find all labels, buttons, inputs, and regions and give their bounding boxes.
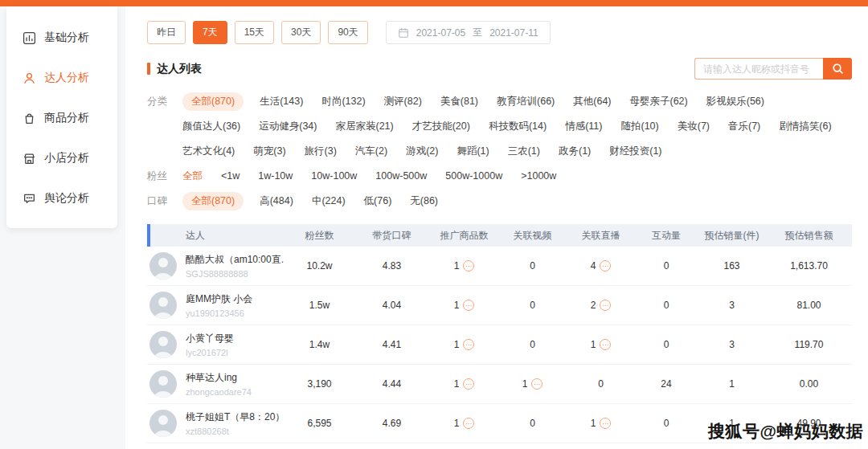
search-button[interactable] [823, 58, 852, 80]
cell-value: 0 [664, 339, 669, 350]
sidebar-item-1[interactable]: 基础分析 [6, 18, 117, 58]
filter-option[interactable]: 教育培训(66) [497, 89, 555, 114]
filter-option[interactable]: 测评(82) [384, 89, 422, 114]
filter-option[interactable]: 美妆(7) [678, 114, 710, 139]
table-column-header: 预估销售额 [766, 229, 852, 243]
filter-option[interactable]: 1w-10w [258, 164, 293, 189]
filter-option[interactable]: 高(484) [260, 189, 293, 214]
filter-option[interactable]: 萌宠(3) [253, 139, 285, 164]
date-separator: 至 [473, 26, 482, 39]
filter-option[interactable]: 音乐(7) [728, 114, 760, 139]
cell-value: 0 [664, 260, 669, 271]
cell-value: 0 [530, 339, 535, 350]
filter-option[interactable]: 100w-500w [375, 164, 427, 189]
title-accent-bar [147, 63, 150, 75]
date-button[interactable]: 7天 [193, 21, 227, 44]
filter-option[interactable]: 影视娱乐(56) [706, 89, 764, 114]
filter-option[interactable]: 颜值达人(36) [182, 114, 240, 139]
filter-option[interactable]: 舞蹈(1) [457, 139, 489, 164]
table-row[interactable]: 酷酷大叔（am10:00直...SGJS8888888810.2w4.831··… [147, 247, 852, 286]
cell-value: 0 [530, 300, 535, 311]
cell-value: 4 [591, 260, 596, 271]
search-icon [832, 63, 844, 75]
filter-option[interactable]: 情感(11) [565, 114, 602, 139]
sidebar-item-2[interactable]: 达人分析 [6, 58, 117, 98]
sidebar-item-5[interactable]: 舆论分析 [6, 178, 117, 218]
sidebar-item-4[interactable]: 小店分析 [6, 138, 117, 178]
calendar-icon [398, 27, 409, 39]
filter-option[interactable]: 政务(1) [559, 139, 591, 164]
filter-option[interactable]: 10w-100w [311, 164, 357, 189]
date-button[interactable]: 昨日 [147, 21, 186, 44]
table-cell: 10.2w [285, 260, 354, 271]
comment-icon [23, 192, 36, 206]
table-row-partial [147, 443, 852, 449]
filter-option[interactable]: 时尚(132) [321, 89, 365, 114]
table-header: 达人粉丝数带货口碑推广商品数关联视频关联直播互动量预估销量(件)预估销售额 [147, 224, 852, 247]
more-icon[interactable]: ··· [463, 418, 474, 429]
more-icon[interactable]: ··· [463, 339, 474, 350]
filter-option[interactable]: 母婴亲子(62) [630, 89, 688, 114]
more-icon[interactable]: ··· [600, 300, 611, 311]
more-icon[interactable]: ··· [463, 378, 474, 390]
filter-option[interactable]: 运动健身(34) [259, 114, 317, 139]
table-row[interactable]: 小黄丫母婴lyc201672l1.4w4.411···01···03119.70 [147, 325, 852, 365]
date-range-picker[interactable]: 2021-07-05 至 2021-07-11 [386, 21, 551, 44]
filter-option[interactable]: 无(86) [410, 189, 438, 214]
more-icon[interactable]: ··· [463, 260, 474, 271]
filter-option[interactable]: >1000w [521, 164, 556, 189]
filter-option[interactable]: 旅行(3) [305, 139, 337, 164]
table-column-header: 关联视频 [498, 229, 567, 243]
filter-option[interactable]: 全部(870) [182, 192, 244, 210]
table-cell: 3,190 [285, 378, 354, 390]
filter-option[interactable]: 生活(143) [260, 89, 303, 114]
filter-option[interactable]: 艺术文化(4) [182, 139, 235, 164]
influencer-name[interactable]: 小黄丫母婴 [186, 332, 234, 345]
filter-option[interactable]: 随拍(10) [620, 114, 658, 139]
filter-row-category: 分类全部(870)生活(143)时尚(132)测评(82)美食(81)教育培训(… [147, 89, 852, 164]
table-column-header: 关联直播 [567, 229, 635, 243]
filter-option[interactable]: 三农(1) [508, 139, 540, 164]
influencer-cell: 桃子姐姐T（早8：20）xzt880268t [147, 410, 285, 437]
sidebar-item-3[interactable]: 商品分析 [6, 98, 117, 138]
filter-option[interactable]: 家居家装(21) [335, 114, 393, 139]
date-start: 2021-07-05 [416, 27, 465, 39]
filter-option[interactable]: 其他(64) [573, 89, 611, 114]
influencer-avatar [149, 370, 177, 398]
more-icon[interactable]: ··· [531, 378, 542, 390]
filter-option[interactable]: 500w-1000w [445, 164, 502, 189]
filter-option[interactable]: 全部(870) [182, 92, 244, 111]
table-row[interactable]: 庭MM护肤 小会yu19901234561.5w4.041···02···038… [147, 286, 852, 325]
more-icon[interactable]: ··· [600, 339, 611, 350]
influencer-name[interactable]: 酷酷大叔（am10:00直... [186, 253, 284, 267]
more-icon[interactable]: ··· [463, 300, 474, 311]
filter-option[interactable]: <1w [221, 164, 240, 189]
date-button[interactable]: 90天 [328, 21, 367, 44]
more-icon[interactable]: ··· [600, 418, 611, 429]
influencer-name[interactable]: 桃子姐姐T（早8：20） [186, 410, 284, 424]
cell-value: 24 [661, 378, 671, 390]
influencer-avatar [149, 252, 177, 280]
filter-option[interactable]: 才艺技能(20) [412, 114, 470, 139]
filter-option[interactable]: 汽车(2) [355, 139, 387, 164]
table-cell: 4.69 [354, 418, 430, 429]
filter-option[interactable]: 低(76) [364, 189, 392, 214]
influencer-name[interactable]: 庭MM护肤 小会 [186, 292, 252, 306]
table-cell: 3 [698, 300, 766, 311]
filter-option[interactable]: 游戏(2) [406, 139, 438, 164]
filter-option[interactable]: 中(224) [312, 189, 346, 214]
influencer-avatar [149, 331, 177, 358]
table-row[interactable]: 种草达人ingzhongcaodare743,1904.441···1···02… [147, 365, 852, 404]
cell-value: 4.83 [383, 260, 401, 271]
filter-option[interactable]: 剧情搞笑(6) [779, 114, 831, 139]
filter-option[interactable]: 全部 [182, 164, 203, 189]
more-icon[interactable]: ··· [600, 260, 611, 271]
influencer-name[interactable]: 种草达人ing [186, 371, 252, 385]
cell-value: 10.2w [306, 260, 332, 271]
filter-option[interactable]: 美食(81) [440, 89, 478, 114]
search-input[interactable] [694, 58, 823, 80]
date-button[interactable]: 30天 [281, 21, 321, 44]
filter-option[interactable]: 财经投资(1) [609, 139, 661, 164]
filter-option[interactable]: 科技数码(14) [489, 114, 547, 139]
date-button[interactable]: 15天 [235, 21, 274, 44]
